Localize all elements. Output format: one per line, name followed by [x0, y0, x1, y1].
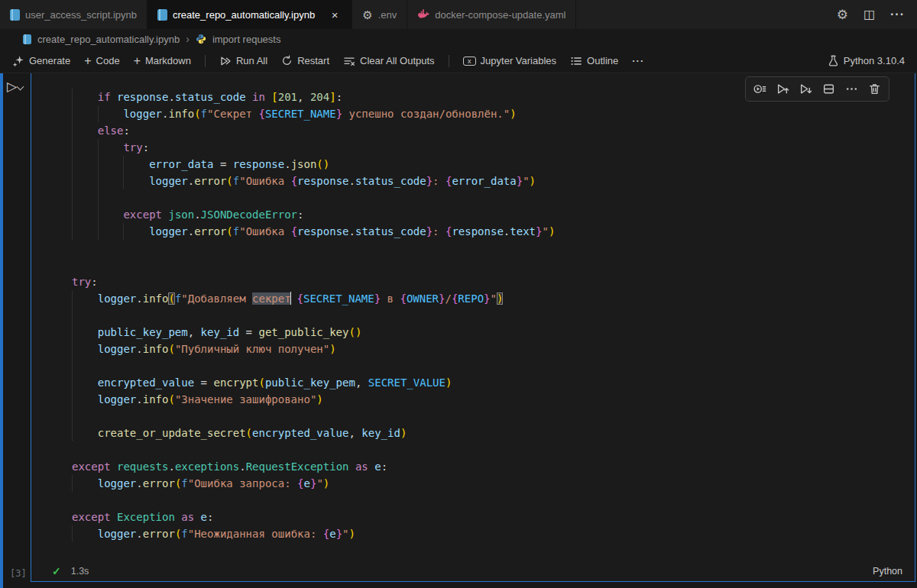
- run-below-icon: [799, 82, 812, 95]
- run-cell-button[interactable]: ▷: [7, 80, 23, 93]
- code-line[interactable]: encrypted_value = encrypt(public_key_pem…: [72, 374, 913, 391]
- breadcrumb-file[interactable]: create_repo_automatically.ipynb: [37, 34, 180, 45]
- code-token: {: [291, 175, 297, 187]
- split-cell-button[interactable]: [818, 79, 839, 99]
- outline-button[interactable]: Outline: [564, 52, 624, 70]
- code-token: [72, 124, 98, 137]
- code-line[interactable]: [72, 240, 913, 257]
- code-line[interactable]: except Exception as e:: [72, 509, 913, 525]
- code-token: успешно создан/обновлён.": [342, 108, 510, 120]
- code-token: "Ошибка: [239, 225, 290, 237]
- chevron-down-icon[interactable]: [17, 83, 24, 91]
- code-line[interactable]: logger.info(f"Добавляем секрет {SECRET_N…: [72, 290, 913, 307]
- close-icon[interactable]: ×: [328, 8, 342, 21]
- delete-cell-button[interactable]: [864, 79, 885, 99]
- tab-docker-compose-update[interactable]: docker-compose-update.yaml: [407, 0, 576, 29]
- code-line[interactable]: create_or_update_secret(encrypted_value,…: [72, 425, 913, 441]
- indent-guide: [98, 105, 99, 122]
- code-token: logger: [98, 393, 137, 405]
- toolbar-more-button[interactable]: ···: [626, 52, 650, 69]
- indent-guide: [123, 173, 124, 189]
- code-line[interactable]: [72, 307, 913, 324]
- indent-guide: [98, 206, 99, 223]
- more-actions-icon[interactable]: ···: [890, 8, 905, 21]
- code-token: :: [433, 175, 446, 187]
- code-token: (: [194, 108, 200, 120]
- code-line[interactable]: [72, 408, 913, 425]
- code-line[interactable]: except requests.exceptions.RequestExcept…: [72, 458, 913, 475]
- code-line[interactable]: try:: [72, 139, 913, 156]
- code-line[interactable]: logger.error(f"Ошибка запроса: {e}"): [72, 475, 913, 492]
- code-line[interactable]: error_data = response.json(): [72, 156, 913, 173]
- code-token: .: [349, 175, 355, 187]
- cell-editor[interactable]: if response.status_code in [201, 204]: l…: [31, 73, 915, 582]
- code-line[interactable]: logger.error(f"Неожиданная ошибка: {e}"): [72, 525, 913, 542]
- code-token: encrypted_value: [252, 427, 348, 439]
- code-token: {: [400, 292, 406, 305]
- code-token: {: [291, 225, 297, 237]
- tab-env[interactable]: ⚙ .env: [352, 0, 407, 29]
- chevron-right-icon: ›: [186, 33, 190, 45]
- code-line[interactable]: logger.info("Публичный ключ получен"): [72, 341, 913, 357]
- code-token: else: [98, 124, 124, 137]
- code-token: [72, 326, 98, 338]
- variables-icon: x: [463, 57, 476, 66]
- code-line[interactable]: try:: [72, 273, 913, 290]
- run-below-button[interactable]: [795, 79, 816, 99]
- code-token: error: [143, 528, 175, 540]
- run-all-button[interactable]: Run All: [213, 52, 274, 70]
- code-token: }: [426, 175, 433, 187]
- tab-create-repo-automatically[interactable]: create_repo_automatically.ipynb ×: [147, 0, 352, 29]
- code-line[interactable]: [72, 189, 913, 206]
- code-line[interactable]: logger.info(f"Секрет {SECRET_NAME} успеш…: [72, 105, 913, 122]
- code-token: public_key_pem: [98, 326, 188, 338]
- code-line[interactable]: logger.info("Значение зашифровано"): [72, 391, 913, 408]
- code-line[interactable]: [72, 357, 913, 374]
- settings-gear-icon[interactable]: ⚙: [837, 8, 848, 21]
- notebook-icon: [10, 9, 20, 21]
- code-token: [72, 393, 98, 405]
- restart-button[interactable]: Restart: [275, 52, 335, 69]
- cell-hover-toolbar: [745, 76, 889, 102]
- code-token: [72, 427, 98, 439]
- code-token: status_code: [355, 225, 426, 237]
- code-line[interactable]: public_key_pem, key_id = get_public_key(…: [72, 324, 913, 341]
- python-icon: [196, 34, 206, 44]
- code-token: f: [233, 225, 239, 237]
- code-token: text: [510, 225, 536, 237]
- code-token: [72, 292, 98, 305]
- code-line[interactable]: logger.error(f"Ошибка {response.status_c…: [72, 223, 913, 240]
- run-by-line-button[interactable]: [750, 79, 770, 99]
- clear-all-outputs-button[interactable]: Clear All Outputs: [337, 52, 441, 70]
- add-markdown-cell-button[interactable]: + Markdown: [128, 52, 197, 70]
- code-token: key_id: [361, 427, 400, 439]
- code-line[interactable]: [72, 257, 913, 273]
- code-token: }: [336, 108, 342, 120]
- split-editor-icon[interactable]: ◫: [864, 8, 875, 21]
- cell-more-actions-button[interactable]: [841, 79, 862, 99]
- breadcrumb-symbol[interactable]: import requests: [212, 34, 281, 45]
- code-line[interactable]: else:: [72, 122, 913, 139]
- kernel-picker[interactable]: Python 3.10.4: [828, 55, 911, 66]
- tab-user-access-script[interactable]: user_access_script.ipynb: [0, 0, 147, 29]
- code-line[interactable]: logger.error(f"Ошибка {response.status_c…: [72, 173, 913, 189]
- code-line[interactable]: [72, 492, 913, 509]
- plus-icon: +: [134, 55, 141, 67]
- jupyter-variables-button[interactable]: x Jupyter Variables: [457, 52, 562, 69]
- code-token: }: [336, 528, 342, 540]
- execution-time: 1.3s: [71, 566, 89, 577]
- indent-guide: [123, 156, 124, 173]
- code-token: (: [258, 376, 264, 389]
- cell-language-picker[interactable]: Python: [873, 566, 902, 577]
- generate-button[interactable]: Generate: [6, 52, 76, 70]
- notebook-icon: [157, 9, 167, 21]
- run-above-button[interactable]: [773, 79, 793, 99]
- indent-guide: [72, 341, 73, 357]
- code-line[interactable]: except json.JSONDecodeError:: [72, 206, 913, 223]
- code-token: Exception: [117, 511, 175, 523]
- kernel-beaker-icon: [828, 55, 839, 66]
- add-code-cell-button[interactable]: + Code: [78, 52, 125, 70]
- code-line[interactable]: [72, 441, 913, 458]
- code-token: f: [233, 175, 239, 187]
- indent-guide: [72, 139, 73, 156]
